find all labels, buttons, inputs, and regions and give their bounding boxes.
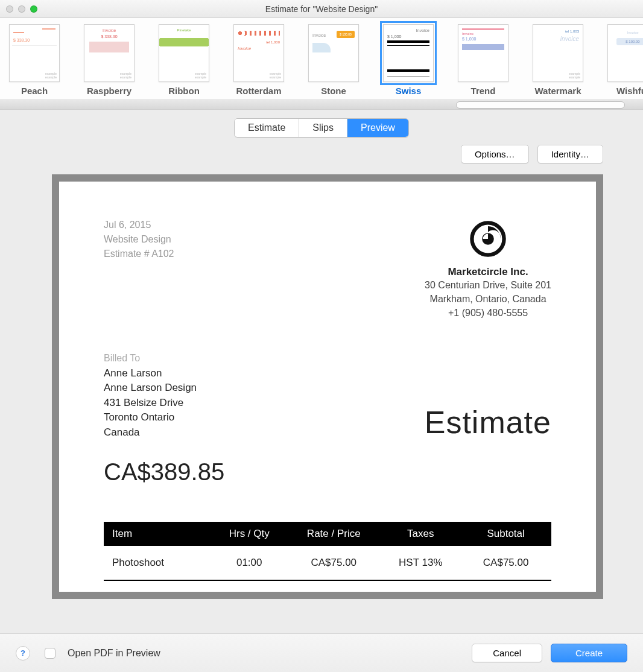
template-label: Rotterdam bbox=[236, 86, 281, 96]
billto-address2: Toronto Ontario bbox=[104, 410, 197, 425]
template-scrollbar[interactable] bbox=[0, 100, 643, 110]
grand-total: CA$389.85 bbox=[104, 458, 551, 486]
template-thumb: Invoice $ 338.30 exampleexample bbox=[84, 24, 135, 82]
preview-area: Jul 6, 2015 Website Design Estimate # A1… bbox=[52, 174, 603, 599]
estimate-number: Estimate # A102 bbox=[104, 247, 174, 261]
template-rotterdam[interactable]: tel 1,000 Invoice exampleexample Rotterd… bbox=[230, 24, 287, 96]
company-address1: 30 Centurian Drive, Suite 201 bbox=[425, 278, 551, 292]
cancel-button[interactable]: Cancel bbox=[472, 644, 542, 662]
billed-to-block: Billed To Anne Larson Anne Larson Design… bbox=[104, 353, 197, 440]
template-thumb: Pinelake exampleexample bbox=[159, 24, 209, 82]
preview-actions: Options… Identity… bbox=[0, 141, 643, 170]
view-mode-bar: Estimate Slips Preview bbox=[0, 110, 643, 141]
company-phone: +1 (905) 480-5555 bbox=[425, 306, 551, 320]
billto-address1: 431 Belsize Drive bbox=[104, 396, 197, 411]
items-table: Item Hrs / Qty Rate / Price Taxes Subtot… bbox=[104, 522, 551, 592]
billto-name: Anne Larson bbox=[104, 366, 197, 381]
template-label: Trend bbox=[471, 86, 496, 96]
tab-preview[interactable]: Preview bbox=[347, 119, 408, 137]
estimate-project: Website Design bbox=[104, 232, 174, 247]
estimate-meta: Jul 6, 2015 Website Design Estimate # A1… bbox=[104, 218, 174, 320]
template-label: Raspberry bbox=[87, 86, 131, 96]
template-label: Swiss bbox=[396, 86, 422, 96]
template-swiss[interactable]: Invoice $ 1,000 Swiss bbox=[380, 24, 437, 96]
template-ribbon[interactable]: Pinelake exampleexample Ribbon bbox=[156, 24, 212, 96]
window-title: Estimate for "Website Design" bbox=[0, 4, 643, 14]
template-thumb: Invoice $ 100.00 bbox=[607, 24, 643, 82]
template-trend[interactable]: Invoice $ 1,000 Trend bbox=[455, 24, 512, 96]
billto-company: Anne Larson Design bbox=[104, 381, 197, 396]
template-stone[interactable]: $ 100.00 Invoice Stone bbox=[305, 24, 362, 96]
open-pdf-checkbox[interactable] bbox=[45, 648, 55, 659]
company-name: Marketcircle Inc. bbox=[425, 266, 551, 278]
template-thumb: tel 1,000 Invoice exampleexample bbox=[233, 24, 284, 82]
company-address2: Markham, Ontario, Canada bbox=[425, 292, 551, 306]
bottom-bar: ? Open PDF in Preview Cancel Create bbox=[0, 633, 643, 672]
tab-estimate[interactable]: Estimate bbox=[235, 119, 299, 137]
template-label: Ribbon bbox=[168, 86, 200, 96]
template-strip: $ 338.30 exampleexample Peach Invoice $ … bbox=[0, 18, 643, 100]
template-label: Watermark bbox=[535, 86, 581, 96]
zoom-icon[interactable] bbox=[30, 5, 37, 13]
options-button[interactable]: Options… bbox=[461, 145, 529, 163]
company-block: Marketcircle Inc. 30 Centurian Drive, Su… bbox=[425, 218, 551, 320]
col-item: Item bbox=[104, 522, 212, 546]
col-rate: Rate / Price bbox=[287, 522, 381, 546]
template-label: Wishful bbox=[616, 86, 643, 96]
open-pdf-label: Open PDF in Preview bbox=[68, 648, 160, 659]
template-thumb: $ 338.30 exampleexample bbox=[9, 24, 60, 82]
estimate-page: Jul 6, 2015 Website Design Estimate # A1… bbox=[59, 182, 596, 592]
window-controls bbox=[6, 5, 37, 13]
billed-to-label: Billed To bbox=[104, 353, 197, 364]
titlebar: Estimate for "Website Design" bbox=[0, 0, 643, 18]
view-mode-segmented: Estimate Slips Preview bbox=[234, 118, 409, 138]
col-subtotal: Subtotal bbox=[460, 522, 551, 546]
tab-slips[interactable]: Slips bbox=[299, 119, 347, 137]
template-thumb: Invoice $ 1,000 bbox=[383, 24, 434, 82]
col-taxes: Taxes bbox=[381, 522, 460, 546]
col-hrs: Hrs / Qty bbox=[212, 522, 287, 546]
template-raspberry[interactable]: Invoice $ 338.30 exampleexample Raspberr… bbox=[81, 24, 138, 96]
template-thumb: tel 1,003 invoice exampleexample bbox=[533, 24, 583, 82]
template-wishful[interactable]: Invoice $ 100.00 Wishful bbox=[604, 24, 643, 96]
estimate-date: Jul 6, 2015 bbox=[104, 218, 174, 232]
close-icon[interactable] bbox=[6, 5, 13, 13]
document-title: Estimate bbox=[425, 404, 551, 440]
template-label: Peach bbox=[21, 86, 48, 96]
template-watermark[interactable]: tel 1,003 invoice exampleexample Waterma… bbox=[530, 24, 586, 96]
company-logo-icon bbox=[467, 218, 509, 260]
help-button[interactable]: ? bbox=[16, 646, 30, 661]
table-row: Book models 01:00 CA$120.00 HST 13% CA$1… bbox=[104, 580, 551, 592]
identity-button[interactable]: Identity… bbox=[537, 145, 603, 163]
create-button[interactable]: Create bbox=[551, 644, 627, 662]
template-thumb: $ 100.00 Invoice bbox=[308, 24, 359, 82]
table-row: Photoshoot 01:00 CA$75.00 HST 13% CA$75.… bbox=[104, 546, 551, 580]
template-label: Stone bbox=[321, 86, 346, 96]
billto-country: Canada bbox=[104, 425, 197, 440]
template-peach[interactable]: $ 338.30 exampleexample Peach bbox=[6, 24, 63, 96]
minimize-icon[interactable] bbox=[18, 5, 25, 13]
template-thumb: Invoice $ 1,000 bbox=[458, 24, 508, 82]
